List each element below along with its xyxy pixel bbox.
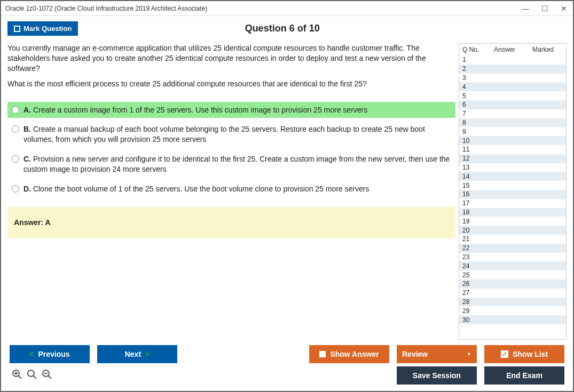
qno-cell: 25 <box>462 271 486 279</box>
qno-cell: 9 <box>462 128 486 135</box>
save-session-label: Save Session <box>413 371 461 380</box>
zoom-icon[interactable] <box>27 369 37 381</box>
question-list-row[interactable]: 5 <box>459 91 566 100</box>
question-list-row[interactable]: 3 <box>459 74 566 83</box>
minimize-icon[interactable]: — <box>521 4 530 13</box>
option-text: A. Create a custom image from 1 of the 2… <box>23 105 367 115</box>
qno-cell: 14 <box>462 173 486 180</box>
question-list-row[interactable]: 7 <box>459 109 566 118</box>
question-list-row[interactable]: 15 <box>459 181 566 190</box>
qno-cell: 24 <box>462 262 486 270</box>
qno-cell: 5 <box>462 92 486 100</box>
caret-down-icon: ▼ <box>467 351 471 357</box>
question-list-row[interactable]: 16 <box>459 190 566 199</box>
question-list-row[interactable]: 13 <box>459 163 566 172</box>
question-list-row[interactable]: 2 <box>459 65 566 74</box>
question-list-row[interactable]: 23 <box>459 253 566 262</box>
qno-cell: 6 <box>462 101 486 108</box>
check-icon: ✓ <box>501 350 508 358</box>
question-list-row[interactable]: 19 <box>459 217 566 226</box>
zoom-in-icon[interactable] <box>12 369 22 381</box>
question-list-row[interactable]: 25 <box>459 270 566 279</box>
question-list-row[interactable]: 30 <box>459 315 566 324</box>
question-list-row[interactable]: 12 <box>459 154 566 163</box>
next-button[interactable]: Next > <box>97 345 177 363</box>
zoom-out-icon[interactable] <box>42 369 52 381</box>
svg-point-4 <box>28 370 34 377</box>
question-list-row[interactable]: 29 <box>459 306 566 315</box>
show-list-button[interactable]: ✓ Show List <box>484 345 564 363</box>
end-exam-button[interactable]: End Exam <box>484 366 564 385</box>
question-list-row[interactable]: 6 <box>459 100 566 109</box>
footer-row-1: < Previous Next > Show Answer Review ▼ ✓… <box>7 340 567 365</box>
checkbox-icon <box>14 26 20 32</box>
chevron-left-icon: < <box>29 350 34 358</box>
qno-cell: 29 <box>462 307 486 315</box>
qno-cell: 30 <box>462 316 486 324</box>
option-c[interactable]: C. Provision a new server and configure … <box>7 151 455 178</box>
qno-cell: 16 <box>462 190 486 198</box>
question-list-row[interactable]: 4 <box>459 82 566 91</box>
option-text: B. Create a manual backup of each boot v… <box>23 124 451 145</box>
show-answer-button[interactable]: Show Answer <box>309 345 389 363</box>
radio-icon[interactable] <box>12 106 19 114</box>
question-list-row[interactable]: 22 <box>459 244 566 253</box>
option-b[interactable]: B. Create a manual backup of each boot v… <box>7 121 455 148</box>
question-area: You currently manage an e-commerce appli… <box>7 43 455 340</box>
question-text: You currently manage an e-commerce appli… <box>7 43 455 94</box>
question-list-row[interactable]: 1 <box>459 55 566 65</box>
qno-cell: 4 <box>462 83 486 91</box>
question-para-2: What is the most efficient process to cr… <box>7 79 455 89</box>
maximize-icon[interactable]: ☐ <box>540 4 549 13</box>
window-title: Oracle 1z0-1072 (Oracle Cloud Infrastruc… <box>5 5 521 12</box>
qno-cell: 8 <box>462 119 486 126</box>
qno-cell: 27 <box>462 289 486 297</box>
question-list-row[interactable]: 21 <box>459 235 566 244</box>
previous-label: Previous <box>38 350 70 358</box>
question-list-row[interactable]: 14 <box>459 172 566 181</box>
question-list-row[interactable]: 27 <box>459 289 566 298</box>
question-list-row[interactable]: 24 <box>459 261 566 270</box>
option-text: C. Provision a new server and configure … <box>23 154 451 174</box>
col-header-answer: Answer <box>486 46 523 53</box>
chevron-right-icon: > <box>145 350 150 358</box>
question-list-row[interactable]: 28 <box>459 298 566 307</box>
question-list-row[interactable]: 26 <box>459 279 566 289</box>
save-session-button[interactable]: Save Session <box>397 366 477 385</box>
qno-cell: 20 <box>462 227 486 234</box>
qno-cell: 10 <box>462 137 486 145</box>
qno-cell: 7 <box>462 110 486 117</box>
options-list: A. Create a custom image from 1 of the 2… <box>7 102 455 197</box>
col-header-qno: Q No. <box>462 46 486 53</box>
qno-cell: 1 <box>462 56 486 63</box>
review-label: Review <box>402 350 428 358</box>
qno-cell: 3 <box>462 74 486 82</box>
window-controls: — ☐ ✕ <box>521 4 569 13</box>
show-answer-label: Show Answer <box>330 350 379 358</box>
qno-cell: 12 <box>462 155 486 162</box>
qno-cell: 21 <box>462 235 486 243</box>
svg-line-1 <box>19 375 22 379</box>
option-d[interactable]: D. Clone the boot volume of 1 of the 25 … <box>7 181 455 197</box>
qno-cell: 26 <box>462 280 486 287</box>
question-list[interactable]: 1234567891011121314151617181920212223242… <box>459 55 566 339</box>
header-row: Mark Question Question 6 of 10 <box>7 21 567 36</box>
mark-question-button[interactable]: Mark Question <box>7 21 78 36</box>
radio-icon[interactable] <box>12 125 19 133</box>
review-button[interactable]: Review ▼ <box>397 345 477 363</box>
question-list-row[interactable]: 17 <box>459 199 566 208</box>
question-list-row[interactable]: 10 <box>459 136 566 145</box>
footer-row-2: Save Session End Exam <box>7 365 567 387</box>
close-icon[interactable]: ✕ <box>559 4 569 13</box>
question-list-row[interactable]: 20 <box>459 226 566 235</box>
radio-icon[interactable] <box>12 155 19 163</box>
question-list-row[interactable]: 8 <box>459 118 566 127</box>
question-list-row[interactable]: 9 <box>459 127 566 136</box>
radio-icon[interactable] <box>12 185 19 193</box>
question-list-row[interactable]: 11 <box>459 145 566 154</box>
question-list-row[interactable]: 18 <box>459 208 566 217</box>
content-area: Mark Question Question 6 of 10 You curre… <box>1 16 573 391</box>
option-a[interactable]: A. Create a custom image from 1 of the 2… <box>7 102 455 118</box>
previous-button[interactable]: < Previous <box>10 345 90 363</box>
question-para-1: You currently manage an e-commerce appli… <box>7 43 455 74</box>
